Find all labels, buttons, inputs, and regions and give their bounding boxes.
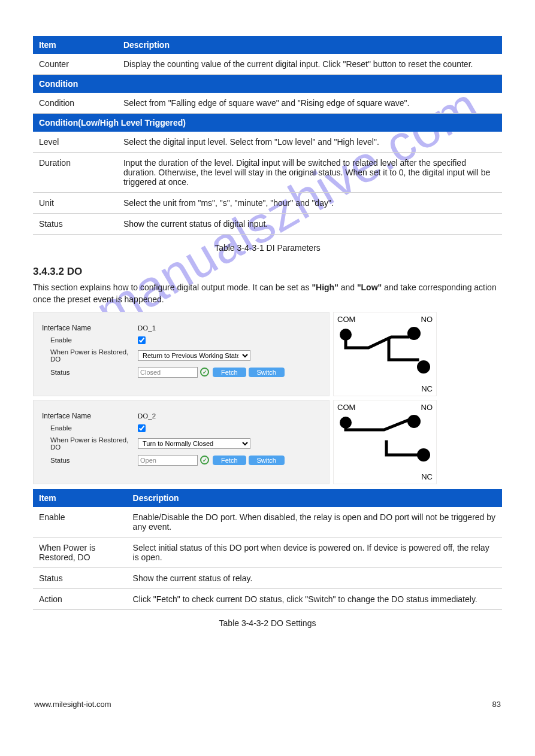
desc-text: This section explains how to configure d… [33, 283, 312, 292]
checkmark-icon: ✓ [200, 368, 209, 377]
svg-point-4 [407, 415, 421, 428]
table-row-desc: Enable/Disable the DO port. When disable… [127, 507, 502, 538]
desc-bold-low: "Low" [357, 283, 382, 292]
power-restored-select[interactable]: Return to Previous Working State [138, 350, 250, 361]
status-label: Status [42, 369, 138, 376]
switch-button[interactable]: Switch [249, 368, 285, 377]
table1-header-description: Description [117, 36, 502, 54]
interface-name-label: Interface Name [42, 412, 138, 420]
table-row-desc: Show the current status of digital input… [117, 214, 502, 235]
footer-url: www.milesight-iot.com [34, 700, 111, 709]
diagram-no-label: NO [421, 315, 433, 324]
footer-page-number: 83 [492, 700, 501, 709]
table1-subheader-condition: Condition [33, 75, 502, 93]
table-row-label: Unit [33, 193, 117, 214]
table1-caption: Table 3-4-3-1 DI Parameters [33, 243, 502, 253]
checkmark-icon: ✓ [200, 456, 209, 464]
table-row-desc: Click "Fetch" to check current DO status… [127, 588, 502, 609]
desc-bold-high: "High" [312, 283, 338, 292]
diagram-nc-label: NC [337, 472, 433, 481]
table-row-label: Action [33, 588, 127, 609]
do-settings-table: Item Description Enable Enable/Disable t… [33, 489, 502, 610]
power-restored-select[interactable]: Turn to Normally Closed [138, 438, 250, 449]
table-row-desc: Select from "Falling edge of square wave… [117, 93, 502, 114]
enable-label: Enable [42, 424, 138, 432]
do1-config-panel: Interface Name DO_1 Enable When Power is… [33, 312, 330, 396]
table-row-label: Condition [33, 93, 117, 114]
table-row-desc: Select the unit from "ms", "s", "minute"… [117, 193, 502, 214]
fetch-button[interactable]: Fetch [213, 368, 246, 377]
table-row-label: Level [33, 132, 117, 153]
section-description: This section explains how to configure d… [33, 281, 502, 306]
table-row-desc: Select initial status of this DO port wh… [127, 537, 502, 567]
table-row-label: Duration [33, 153, 117, 193]
table1-subheader-condition-level: Condition(Low/High Level Triggered) [33, 114, 502, 132]
relay-open-svg [337, 412, 433, 469]
table-row-label: Status [33, 214, 117, 235]
table-row-desc: Input the duration of the level. Digital… [117, 153, 502, 193]
svg-point-2 [417, 360, 430, 374]
power-restored-label: When Power is Restored, DO [42, 348, 138, 363]
enable-checkbox[interactable] [138, 336, 146, 344]
do2-config-panel: Interface Name DO_2 Enable When Power is… [33, 400, 330, 484]
diagram-nc-label: NC [337, 384, 433, 393]
interface-name-value: DO_1 [138, 324, 156, 332]
table-row-label: When Power is Restored, DO [33, 537, 127, 567]
table-row-label: Enable [33, 507, 127, 538]
interface-name-label: Interface Name [42, 324, 138, 332]
status-field [138, 367, 198, 378]
section-heading-do: 3.4.3.2 DO [33, 266, 502, 278]
di-parameters-table: Item Description Counter Display the cou… [33, 36, 502, 235]
status-label: Status [42, 457, 138, 464]
diagram-no-label: NO [421, 403, 433, 412]
desc-text: and [338, 283, 357, 292]
diagram-com-label: COM [337, 315, 355, 324]
relay-closed-svg [337, 324, 433, 381]
table2-header-description: Description [127, 489, 502, 507]
table2-caption: Table 3-4-3-2 DO Settings [33, 618, 502, 628]
table-row-desc: Show the current status of relay. [127, 567, 502, 588]
diagram-com-label: COM [337, 403, 355, 412]
table2-header-item: Item [33, 489, 127, 507]
interface-name-value: DO_2 [138, 412, 156, 420]
relay-diagram-open: COM NO NC [333, 400, 437, 484]
relay-diagram-closed: COM NO NC [333, 312, 437, 396]
table-row-label: Status [33, 567, 127, 588]
status-field [138, 455, 198, 466]
power-restored-label: When Power is Restored, DO [42, 436, 138, 451]
table-row-desc: Select the digital input level. Select f… [117, 132, 502, 153]
table-row-desc: Display the counting value of the curren… [117, 54, 502, 75]
table-row-label: Counter [33, 54, 117, 75]
switch-button[interactable]: Switch [249, 456, 285, 465]
table1-header-item: Item [33, 36, 117, 54]
enable-checkbox[interactable] [138, 424, 146, 432]
fetch-button[interactable]: Fetch [213, 456, 246, 465]
enable-label: Enable [42, 336, 138, 344]
